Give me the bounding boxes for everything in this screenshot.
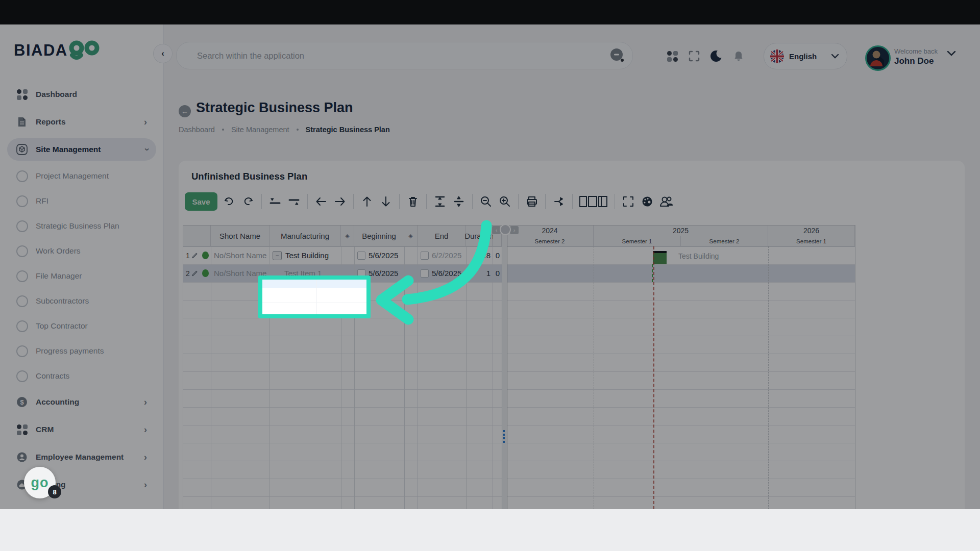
language-selector[interactable]: English <box>764 43 847 69</box>
sidebar-item-dashboard[interactable]: Dashboard <box>7 83 156 106</box>
sidebar-item-crm[interactable]: CRM› <box>7 418 156 441</box>
sidebar-item-project-management[interactable]: Project Management <box>7 166 156 186</box>
avatar[interactable] <box>865 45 891 71</box>
sidebar-item-progress-payments[interactable]: Progress payments <box>7 341 156 361</box>
search-bar <box>176 42 633 69</box>
sidebar-item-work-orders[interactable]: Work Orders <box>7 241 156 261</box>
column-header[interactable]: Duration <box>466 225 493 246</box>
table-cell[interactable]: 0 <box>496 246 500 264</box>
table-cell[interactable]: 5/6/2025 <box>421 264 464 282</box>
svg-text:$: $ <box>20 398 24 406</box>
gantt-bar[interactable] <box>653 251 667 264</box>
save-button[interactable]: Save <box>185 192 217 211</box>
column-header[interactable]: End <box>418 225 466 246</box>
highlight-gridline <box>262 303 366 303</box>
splitter-bar[interactable] <box>502 225 507 509</box>
sidebar-item-subcontractors[interactable]: Subcontractors <box>7 291 156 311</box>
user-menu-chevron-icon[interactable] <box>947 51 955 56</box>
sidebar-item-rfi[interactable]: RFI <box>7 191 156 211</box>
move-left-icon[interactable] <box>314 194 328 209</box>
column-header[interactable]: Manufacturing <box>270 225 341 246</box>
layout-columns-icon[interactable] <box>579 194 608 209</box>
table-cell[interactable]: No/Short Name <box>214 246 267 264</box>
collapse-rows-icon[interactable] <box>433 194 447 209</box>
radio-circle-icon <box>15 194 29 208</box>
column-header-label: Short Name <box>219 232 260 240</box>
search-icon[interactable] <box>610 48 624 62</box>
sidebar-item-strategic-business-plan[interactable]: Strategic Business Plan <box>7 216 156 236</box>
sidebar-item-employee-management[interactable]: Employee Management› <box>7 446 156 468</box>
splitter-dots-icon[interactable] <box>503 437 505 439</box>
resources-users-icon[interactable] <box>659 194 673 209</box>
chevron-right-icon: › <box>144 452 147 463</box>
splitter-dots-icon[interactable] <box>503 430 505 432</box>
table-cell[interactable]: 28 <box>469 246 491 264</box>
splitter-dots-icon[interactable] <box>503 441 505 443</box>
tree-collapse-icon[interactable]: − <box>273 251 282 260</box>
redo-icon[interactable] <box>241 194 255 209</box>
table-cell[interactable]: 5/6/2025 <box>357 246 402 264</box>
sidebar: BIADA Dashboard Reports› Site Management… <box>0 24 164 509</box>
table-cell[interactable]: 2 <box>186 264 209 282</box>
column-header[interactable]: ◈ <box>404 225 418 246</box>
date-checkbox[interactable] <box>421 269 429 278</box>
insert-above-icon[interactable] <box>268 194 282 209</box>
insert-below-icon[interactable] <box>287 194 301 209</box>
table-cell[interactable]: 1 <box>469 264 491 282</box>
breadcrumb-item[interactable]: Dashboard <box>179 126 215 134</box>
radio-circle-icon <box>15 244 29 258</box>
fit-screen-icon[interactable] <box>621 194 635 209</box>
splitter-right-icon[interactable]: › <box>510 226 519 234</box>
zoom-out-icon[interactable] <box>479 194 493 209</box>
column-header[interactable] <box>183 225 211 246</box>
date-checkbox[interactable] <box>421 252 429 260</box>
breadcrumb: DashboardSite ManagementStrategic Busine… <box>179 126 390 134</box>
sidebar-item-reports[interactable]: Reports› <box>7 111 156 133</box>
sidebar-item-contracts[interactable]: Contracts <box>7 366 156 386</box>
crm-grid-icon <box>15 423 29 436</box>
gantt-semester-header: Semester 1 <box>768 236 855 246</box>
breadcrumb-item[interactable]: Site Management <box>231 126 289 134</box>
breadcrumb-dot <box>297 129 299 131</box>
sidebar-item-file-manager[interactable]: File Manager <box>7 266 156 286</box>
biadago-logo[interactable]: BIADA <box>14 39 102 62</box>
share-branch-icon[interactable] <box>552 194 566 209</box>
undo-icon[interactable] <box>222 194 236 209</box>
table-cell[interactable]: −Test Building <box>273 246 339 264</box>
table-cell[interactable]: 1 <box>186 246 209 264</box>
highlight-box[interactable] <box>258 276 371 318</box>
sidebar-item-label: Project Management <box>36 171 156 181</box>
print-icon[interactable] <box>525 194 539 209</box>
splitter-knob-icon[interactable] <box>500 224 511 235</box>
palette-icon[interactable] <box>640 194 654 209</box>
reports-doc-icon <box>15 115 29 129</box>
splitter-dots-icon[interactable] <box>503 434 505 436</box>
column-header[interactable]: ◈ <box>341 225 354 246</box>
sidebar-item-site-management[interactable]: Site Management› <box>7 138 156 161</box>
column-header[interactable]: Short Name <box>211 225 270 246</box>
sidebar-item-label: Subcontractors <box>36 296 156 306</box>
table-cell[interactable]: 6/2/2025 <box>421 246 464 264</box>
move-right-icon[interactable] <box>333 194 347 209</box>
search-input[interactable] <box>196 42 586 69</box>
expand-rows-icon[interactable] <box>452 194 466 209</box>
move-down-icon[interactable] <box>379 194 393 209</box>
zoom-in-icon[interactable] <box>498 194 512 209</box>
sidebar-item-top-contractor[interactable]: Top Contractor <box>7 316 156 336</box>
delete-trash-icon[interactable] <box>406 194 420 209</box>
date-checkbox[interactable] <box>357 252 365 260</box>
apps-grid-icon[interactable] <box>666 49 679 63</box>
table-cell[interactable]: 0 <box>496 264 500 282</box>
edit-pencil-icon[interactable] <box>192 253 198 259</box>
dark-mode-moon-icon[interactable] <box>710 49 723 63</box>
breadcrumb-item[interactable]: Strategic Business Plan <box>306 126 390 134</box>
column-header[interactable]: Beginning <box>354 225 404 246</box>
fullscreen-icon[interactable] <box>688 49 701 63</box>
notifications-bell-icon[interactable] <box>732 49 745 63</box>
chevron-right-icon: › <box>144 424 147 435</box>
sidebar-item-accounting[interactable]: $ Accounting› <box>7 391 156 413</box>
sidebar-collapse-button[interactable]: ‹ <box>153 44 173 63</box>
back-button[interactable]: ← <box>179 105 191 117</box>
move-up-icon[interactable] <box>360 194 374 209</box>
edit-pencil-icon[interactable] <box>192 270 198 277</box>
